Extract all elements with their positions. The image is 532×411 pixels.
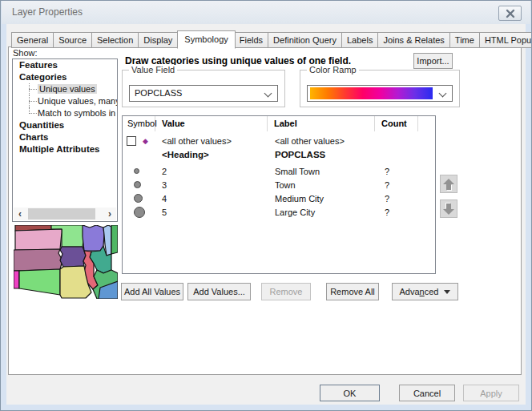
close-button[interactable] <box>498 6 522 21</box>
cell-label: POPCLASS <box>268 150 375 159</box>
circle-icon <box>134 168 139 174</box>
color-ramp-label: Color Ramp <box>307 65 359 75</box>
tree-item-match-to-symbols-in-a[interactable]: Match to symbols in a <box>13 107 117 119</box>
advanced-button[interactable]: Advanced <box>392 283 458 300</box>
diamond-icon: ◆ <box>143 136 148 146</box>
tree-item-charts[interactable]: Charts <box>13 131 117 143</box>
table-row[interactable]: 3Town? <box>123 178 435 191</box>
tree-item-categories[interactable]: Categories <box>13 71 117 83</box>
value-field-value: POPCLASS <box>135 88 182 98</box>
scroll-left-icon[interactable]: ‹ <box>14 208 26 220</box>
advanced-label: Advanced <box>400 287 439 296</box>
move-down-button <box>440 199 457 218</box>
tab-bar: GeneralSourceSelectionDisplaySymbologyFi… <box>11 30 532 48</box>
column-header-label: Label <box>268 116 375 131</box>
map-preview-thumbnail <box>14 225 118 299</box>
remove-button: Remove <box>261 283 311 300</box>
circle-icon <box>134 207 145 218</box>
symbology-tab-page: Show: FeaturesCategoriesUnique valuesUni… <box>8 46 522 375</box>
cell-label: Small Town <box>268 167 375 176</box>
circle-symbol[interactable] <box>123 191 155 205</box>
tree-item-quantities[interactable]: Quantities <box>13 119 117 131</box>
table-header-row: SymbolValueLabelCount <box>123 116 435 131</box>
circle-symbol[interactable] <box>123 178 155 191</box>
tab-general[interactable]: General <box>11 32 54 48</box>
layer-properties-dialog: Layer Properties GeneralSourceSelectionD… <box>0 0 532 411</box>
table-row[interactable]: ◆<all other values><all other values> <box>123 134 435 147</box>
value-field-group: Value Field POPCLASS <box>122 70 285 107</box>
column-header-value: Value <box>155 116 268 131</box>
column-header-symbol: Symbol <box>123 116 155 131</box>
tree-item-unique-values-many[interactable]: Unique values, many <box>13 95 117 107</box>
arrow-down-icon <box>443 203 454 215</box>
show-label: Show: <box>13 48 38 58</box>
show-tree-list[interactable]: FeaturesCategoriesUnique valuesUnique va… <box>12 58 118 222</box>
table-row[interactable]: 5Large City? <box>123 205 435 219</box>
table-row[interactable]: <Heading>POPCLASS <box>123 147 435 161</box>
cell-label: Medium City <box>268 194 375 203</box>
cell-label: <all other values> <box>268 136 375 146</box>
column-header-count: Count <box>375 116 418 131</box>
color-ramp-dropdown[interactable] <box>307 85 453 102</box>
caret-down-icon <box>444 290 450 297</box>
scroll-right-icon[interactable]: › <box>103 208 116 220</box>
cell-value: <Heading> <box>155 150 268 159</box>
value-field-dropdown[interactable]: POPCLASS <box>129 85 278 102</box>
tab-fields[interactable]: Fields <box>235 32 268 48</box>
table-row[interactable]: 2Small Town? <box>123 164 435 178</box>
import-button[interactable]: Import... <box>413 53 453 69</box>
cell-count: ? <box>375 194 418 203</box>
apply-button: Apply <box>463 385 519 401</box>
chevron-down-icon <box>264 90 272 98</box>
tab-display[interactable]: Display <box>139 32 178 48</box>
circle-icon <box>134 181 141 188</box>
cell-count: ? <box>375 167 418 176</box>
tree-item-features[interactable]: Features <box>13 59 117 71</box>
tab-labels[interactable]: Labels <box>342 32 378 48</box>
tree-item-unique-values[interactable]: Unique values <box>13 83 117 95</box>
cell-label: Large City <box>268 208 375 217</box>
chevron-down-icon <box>439 90 447 98</box>
ok-button[interactable]: OK <box>320 385 380 401</box>
color-ramp-group: Color Ramp <box>300 70 460 107</box>
remove-all-button[interactable]: Remove All <box>326 283 379 300</box>
cell-label: Town <box>268 180 375 190</box>
cell-value: 2 <box>155 167 268 176</box>
cell-value: 4 <box>155 194 268 203</box>
cell-count: ? <box>375 208 418 217</box>
value-field-label: Value Field <box>129 65 177 75</box>
all-other-values-checkbox[interactable] <box>127 136 136 146</box>
dialog-client-area: GeneralSourceSelectionDisplaySymbologyFi… <box>6 24 526 405</box>
move-up-button <box>440 175 457 193</box>
tree-item-multiple-attributes[interactable]: Multiple Attributes <box>13 143 117 155</box>
scrollbar-thumb[interactable] <box>28 208 95 220</box>
table-row[interactable]: 4Medium City? <box>123 191 435 205</box>
tab-html-popup[interactable]: HTML Popup <box>480 32 532 48</box>
tree-horizontal-scrollbar[interactable]: ‹ › <box>14 208 116 220</box>
unique-values-table[interactable]: SymbolValueLabelCount ◆<all other values… <box>122 115 436 274</box>
cell-count: ? <box>375 180 418 190</box>
empty-symbol <box>123 147 155 161</box>
color-ramp-gradient <box>310 87 433 99</box>
tab-joins-relates[interactable]: Joins & Relates <box>378 32 449 48</box>
tab-symbology[interactable]: Symbology <box>177 30 235 49</box>
circle-symbol[interactable] <box>123 164 155 178</box>
arrow-up-icon <box>443 179 454 190</box>
cell-value: 3 <box>155 180 268 190</box>
title-bar: Layer Properties <box>2 1 530 24</box>
cell-value: <all other values> <box>155 136 268 146</box>
circle-icon <box>134 194 143 203</box>
add-all-values-button[interactable]: Add All Values <box>121 283 183 300</box>
add-values-button[interactable]: Add Values... <box>187 283 251 300</box>
tab-selection[interactable]: Selection <box>92 32 139 48</box>
cancel-button[interactable]: Cancel <box>399 385 455 401</box>
all-other-values-symbol[interactable]: ◆ <box>123 134 155 147</box>
tab-definition-query[interactable]: Definition Query <box>268 32 342 48</box>
tab-time[interactable]: Time <box>450 32 480 48</box>
cell-value: 5 <box>155 208 268 217</box>
circle-symbol[interactable] <box>123 205 155 219</box>
tab-source[interactable]: Source <box>54 32 92 48</box>
window-title: Layer Properties <box>12 6 83 18</box>
